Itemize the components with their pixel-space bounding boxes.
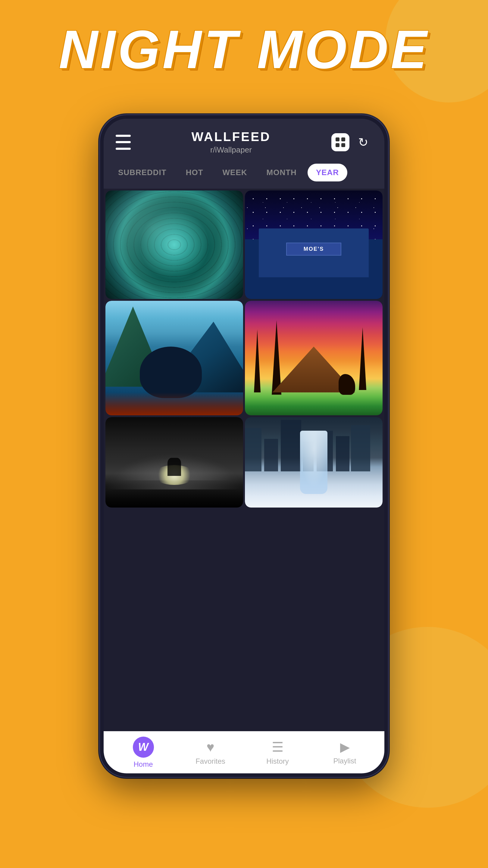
- history-label: History: [266, 757, 289, 766]
- phone-outer-frame: WALLFEED r/iWallpaper ↻: [99, 115, 389, 778]
- tab-month[interactable]: MONTH: [258, 164, 305, 181]
- hamburger-line-1: [116, 135, 131, 137]
- page-title: NIGHT MODE: [0, 18, 488, 81]
- hamburger-line-2: [116, 141, 131, 143]
- content-area: MOE'S: [104, 189, 384, 773]
- header-title-block: WALLFEED r/iWallpaper: [192, 130, 271, 155]
- playlist-icon: ▶: [340, 740, 350, 754]
- nav-playlist[interactable]: ▶ Playlist: [311, 740, 378, 765]
- phone-mockup: WALLFEED r/iWallpaper ↻: [99, 115, 389, 778]
- grid-dot-4: [341, 143, 345, 147]
- wallpaper-fantasy-bear[interactable]: [105, 301, 243, 415]
- nav-home[interactable]: W Home: [110, 737, 177, 769]
- tab-subreddit[interactable]: SUBREDDIT: [110, 164, 175, 181]
- home-icon-letter: W: [138, 741, 149, 753]
- menu-button[interactable]: [116, 135, 131, 150]
- wallpaper-grid: MOE'S: [104, 189, 384, 509]
- wallpaper-city-waterfall[interactable]: [245, 417, 383, 507]
- tab-year[interactable]: YEAR: [307, 164, 347, 181]
- app-name: WALLFEED: [192, 130, 271, 144]
- filter-tabs-bar: SUBREDDIT HOT WEEK MONTH YEAR: [104, 161, 384, 189]
- playlist-label: Playlist: [333, 757, 356, 765]
- phone-screen: WALLFEED r/iWallpaper ↻: [104, 119, 384, 773]
- grid-dot-1: [335, 137, 339, 141]
- home-icon-circle: W: [133, 737, 154, 758]
- refresh-icon: ↻: [358, 135, 368, 149]
- nav-favorites[interactable]: ♥ Favorites: [177, 740, 244, 766]
- tab-hot[interactable]: HOT: [177, 164, 212, 181]
- tab-week[interactable]: WEEK: [214, 164, 256, 181]
- history-icon: ☰: [272, 739, 284, 755]
- wallpaper-sunset[interactable]: [245, 301, 383, 415]
- home-label: Home: [133, 760, 153, 769]
- hamburger-line-3: [116, 148, 131, 150]
- grid-dot-3: [335, 143, 339, 147]
- app-header: WALLFEED r/iWallpaper ↻: [104, 119, 384, 161]
- wallpaper-dark-misty[interactable]: [105, 417, 243, 507]
- app-subreddit: r/iWallpaper: [192, 145, 271, 155]
- grid-dot-2: [341, 137, 345, 141]
- nav-history[interactable]: ☰ History: [244, 739, 311, 766]
- favorites-icon: ♥: [206, 740, 214, 755]
- refresh-button[interactable]: ↻: [354, 133, 372, 151]
- grid-view-button[interactable]: [331, 133, 350, 151]
- favorites-label: Favorites: [195, 757, 225, 766]
- wallpaper-planet[interactable]: [105, 190, 243, 299]
- grid-dots-icon: [335, 137, 345, 147]
- header-actions: ↻: [331, 133, 372, 151]
- wallpaper-night-city[interactable]: MOE'S: [245, 190, 383, 299]
- bottom-navigation: W Home ♥ Favorites ☰ History ▶ Playlist: [104, 731, 384, 773]
